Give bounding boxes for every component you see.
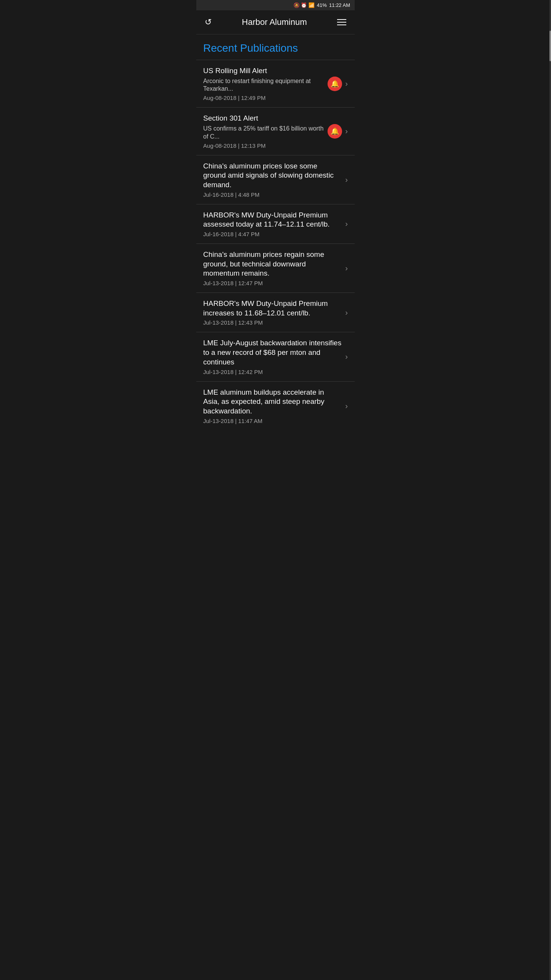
pub-date: Jul-16-2018 | 4:48 PM [203, 191, 341, 198]
chevron-right-icon: › [345, 79, 348, 88]
pub-actions: › [345, 402, 348, 410]
pub-content: HARBOR's MW Duty-Unpaid Premium assessed… [203, 211, 341, 237]
pub-actions: › [345, 264, 348, 273]
publications-list: US Rolling Mill AlertArconic to restart … [196, 60, 355, 430]
pub-actions: › [345, 352, 348, 361]
pub-subtitle: US confirms a 25% tariff on $16 billion … [203, 125, 324, 141]
menu-button[interactable] [336, 18, 348, 27]
pub-actions: 🔔› [328, 77, 348, 91]
list-item[interactable]: China's aluminum prices regain some grou… [196, 243, 355, 292]
pub-content: China's aluminum prices regain some grou… [203, 250, 341, 286]
pub-content: Section 301 AlertUS confirms a 25% tarif… [203, 114, 324, 149]
status-bar: 🔕 ⏰ 📶 41% 11:22 AM [196, 0, 355, 10]
list-item[interactable]: Section 301 AlertUS confirms a 25% tarif… [196, 107, 355, 155]
pub-title: Section 301 Alert [203, 114, 324, 123]
pub-date: Jul-13-2018 | 12:47 PM [203, 280, 341, 286]
chevron-right-icon: › [345, 219, 348, 228]
list-item[interactable]: HARBOR's MW Duty-Unpaid Premium assessed… [196, 204, 355, 243]
chevron-right-icon: › [345, 308, 348, 317]
refresh-icon: ↺ [205, 17, 212, 27]
pub-actions: › [345, 308, 348, 317]
chevron-right-icon: › [345, 175, 348, 184]
pub-content: China's aluminum prices lose some ground… [203, 162, 341, 198]
pub-content: US Rolling Mill AlertArconic to restart … [203, 66, 324, 101]
battery-text: 41% [317, 2, 327, 8]
pub-title: US Rolling Mill Alert [203, 66, 324, 76]
list-item[interactable]: HARBOR's MW Duty-Unpaid Premium increase… [196, 292, 355, 332]
refresh-button[interactable]: ↺ [203, 16, 213, 29]
status-icons: 🔕 ⏰ 📶 [293, 2, 315, 8]
pub-title: HARBOR's MW Duty-Unpaid Premium assessed… [203, 211, 341, 229]
pub-title: LME July-August backwardation intensifie… [203, 338, 341, 367]
pub-content: LME July-August backwardation intensifie… [203, 338, 341, 375]
alert-bell-icon[interactable]: 🔔 [328, 124, 342, 139]
chevron-right-icon: › [345, 402, 348, 410]
pub-actions: › [345, 219, 348, 228]
hamburger-icon [337, 19, 346, 25]
pub-date: Aug-08-2018 | 12:49 PM [203, 95, 324, 101]
pub-subtitle: Arconic to restart finishing equipment a… [203, 77, 324, 93]
list-item[interactable]: China's aluminum prices lose some ground… [196, 155, 355, 204]
app-title: Harbor Aluminum [242, 17, 307, 27]
pub-date: Jul-13-2018 | 12:42 PM [203, 369, 341, 375]
pub-actions: › [345, 175, 348, 184]
navbar: ↺ Harbor Aluminum [196, 10, 355, 34]
pub-title: LME aluminum buildups accelerate in Asia… [203, 388, 341, 416]
pub-title: China's aluminum prices regain some grou… [203, 250, 341, 278]
pub-date: Jul-16-2018 | 4:47 PM [203, 231, 341, 237]
pub-content: LME aluminum buildups accelerate in Asia… [203, 388, 341, 424]
section-title: Recent Publications [196, 34, 355, 60]
chevron-right-icon: › [345, 127, 348, 136]
pub-title: HARBOR's MW Duty-Unpaid Premium increase… [203, 299, 341, 318]
pub-date: Aug-08-2018 | 12:13 PM [203, 142, 324, 149]
pub-title: China's aluminum prices lose some ground… [203, 162, 341, 190]
time-text: 11:22 AM [329, 2, 350, 8]
chevron-right-icon: › [345, 352, 348, 361]
list-item[interactable]: US Rolling Mill AlertArconic to restart … [196, 60, 355, 107]
list-item[interactable]: LME aluminum buildups accelerate in Asia… [196, 381, 355, 430]
pub-date: Jul-13-2018 | 12:43 PM [203, 319, 341, 326]
pub-date: Jul-13-2018 | 11:47 AM [203, 418, 341, 424]
pub-actions: 🔔› [328, 124, 348, 139]
pub-content: HARBOR's MW Duty-Unpaid Premium increase… [203, 299, 341, 326]
list-item[interactable]: LME July-August backwardation intensifie… [196, 332, 355, 381]
alert-bell-icon[interactable]: 🔔 [328, 77, 342, 91]
chevron-right-icon: › [345, 264, 348, 273]
